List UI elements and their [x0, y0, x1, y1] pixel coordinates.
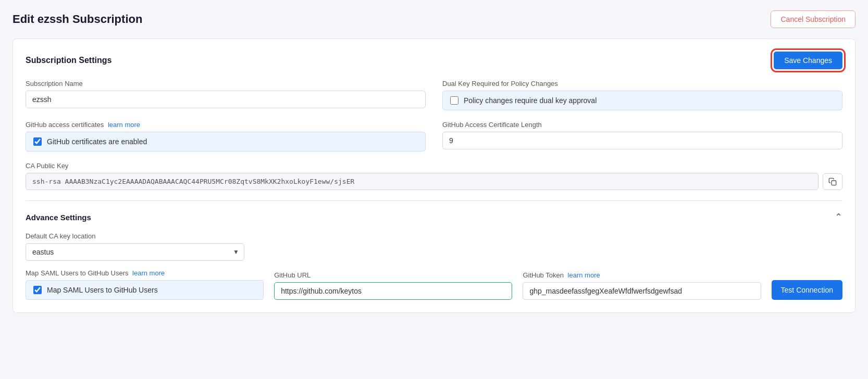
subscription-name-input[interactable]	[26, 91, 426, 108]
advance-settings-section: Advance Settings ⌃ Default CA key locati…	[26, 211, 842, 300]
test-connection-group: Test Connection	[772, 269, 842, 300]
svg-rect-0	[832, 181, 836, 185]
save-changes-button[interactable]: Save Changes	[774, 52, 842, 69]
cancel-subscription-button[interactable]: Cancel Subscription	[771, 10, 855, 28]
saml-learn-more-link[interactable]: learn more	[132, 269, 165, 277]
subscription-form-grid: Subscription Name Dual Key Required for …	[26, 80, 842, 190]
dual-key-group: Dual Key Required for Policy Changes Pol…	[442, 80, 842, 110]
test-connection-button[interactable]: Test Connection	[772, 280, 842, 300]
advance-settings-content: Default CA key location eastus westus ce…	[26, 232, 842, 300]
ca-public-key-input	[26, 173, 819, 190]
advance-settings-chevron-icon: ⌃	[835, 211, 842, 223]
subscription-name-group: Subscription Name	[26, 80, 426, 110]
saml-group: Map SAML Users to GitHub Users learn mor…	[26, 269, 264, 300]
copy-ca-key-button[interactable]	[823, 173, 842, 190]
ca-public-key-group: CA Public Key	[26, 162, 842, 190]
github-access-learn-more-link[interactable]: learn more	[108, 121, 140, 129]
github-token-input[interactable]	[523, 282, 761, 300]
page-header: Edit ezssh Subscription Cancel Subscript…	[13, 10, 855, 28]
github-access-checkbox-label[interactable]: GitHub certificates are enabled	[47, 137, 147, 146]
advance-settings-title: Advance Settings	[26, 213, 91, 222]
github-access-group: GitHub access certificates learn more Gi…	[26, 121, 426, 151]
dual-key-checkbox[interactable]	[450, 96, 458, 105]
ca-key-row	[26, 173, 842, 190]
cert-length-input[interactable]	[442, 132, 842, 149]
ca-key-location-select[interactable]: eastus westus centralus eastus2	[26, 243, 244, 261]
saml-label: Map SAML Users to GitHub Users learn mor…	[26, 269, 264, 277]
github-access-checkbox-row: GitHub certificates are enabled	[26, 132, 426, 151]
github-access-label: GitHub access certificates learn more	[26, 121, 426, 129]
github-url-label: GitHub URL	[274, 271, 512, 279]
cert-length-group: GitHub Access Certificate Length	[442, 121, 842, 151]
ca-key-location-group: Default CA key location eastus westus ce…	[26, 232, 842, 261]
subscription-settings-card: Subscription Settings Save Changes Subsc…	[13, 39, 855, 313]
subscription-settings-title: Subscription Settings	[26, 56, 111, 65]
ca-key-location-select-wrapper: eastus westus centralus eastus2 ▼	[26, 243, 244, 261]
github-access-checkbox[interactable]	[33, 137, 42, 146]
saml-checkbox[interactable]	[33, 286, 42, 294]
dual-key-label: Dual Key Required for Policy Changes	[442, 80, 842, 87]
advance-form-grid: Map SAML Users to GitHub Users learn mor…	[26, 269, 842, 300]
dual-key-checkbox-label[interactable]: Policy changes require dual key approval	[464, 96, 597, 105]
subscription-settings-header: Subscription Settings Save Changes	[26, 52, 842, 69]
github-url-input[interactable]	[274, 282, 512, 300]
github-token-learn-more-link[interactable]: learn more	[568, 271, 600, 279]
copy-icon	[828, 178, 837, 186]
test-connection-spacer	[772, 269, 842, 277]
github-url-group: GitHub URL	[274, 271, 512, 300]
dual-key-checkbox-row: Policy changes require dual key approval	[442, 91, 842, 110]
cert-length-label: GitHub Access Certificate Length	[442, 121, 842, 129]
github-token-group: GitHub Token learn more	[523, 271, 761, 300]
saml-checkbox-label[interactable]: Map SAML Users to GitHub Users	[47, 286, 158, 294]
ca-key-location-label: Default CA key location	[26, 232, 842, 240]
page-title: Edit ezssh Subscription	[13, 12, 142, 26]
github-token-label: GitHub Token learn more	[523, 271, 761, 279]
advance-settings-header[interactable]: Advance Settings ⌃	[26, 211, 842, 223]
ca-public-key-label: CA Public Key	[26, 162, 842, 170]
saml-checkbox-row: Map SAML Users to GitHub Users	[26, 280, 264, 300]
subscription-name-label: Subscription Name	[26, 80, 426, 87]
